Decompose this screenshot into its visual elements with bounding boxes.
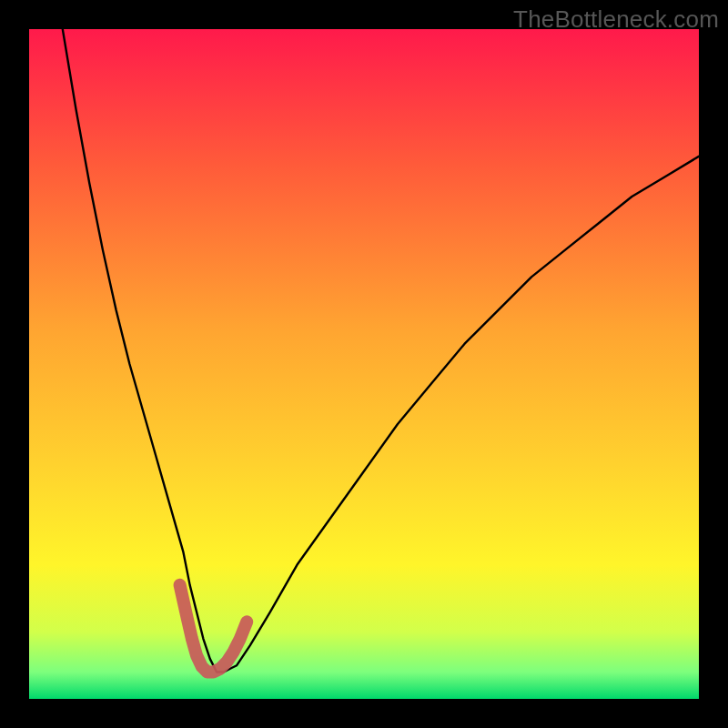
chart-area — [29, 29, 699, 699]
chart-svg — [29, 29, 699, 699]
